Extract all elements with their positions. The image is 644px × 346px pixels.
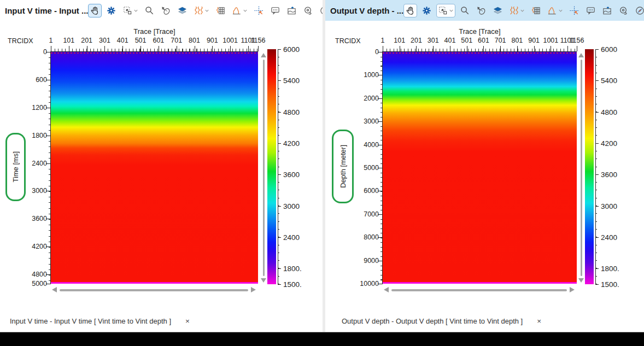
table-grid-icon[interactable] (214, 4, 227, 17)
horizontal-scrollbar[interactable] (52, 286, 256, 294)
x-major-tick (51, 46, 51, 51)
colorbar-tick-label: 1800. (283, 265, 302, 273)
colorbar-major-tick (278, 49, 281, 50)
x-tick-label: 1156 (251, 37, 266, 44)
wiggle-traces-icon[interactable] (192, 4, 211, 17)
horizontal-scrollbar[interactable] (384, 286, 575, 294)
colorbar-tick-label: 4800 (283, 108, 300, 116)
x-axis-title: Trace [Trace] (51, 27, 258, 36)
x-tick-label: 201 (411, 37, 422, 44)
scrollbar-track[interactable] (263, 60, 265, 276)
compass-icon[interactable] (633, 4, 644, 17)
x-axis-title: Trace [Trace] (383, 27, 577, 36)
x-major-ticks (51, 46, 258, 51)
x-tick-label: 601 (153, 37, 164, 44)
scroll-left-arrow-icon[interactable] (52, 287, 57, 292)
settings-gear-icon[interactable] (420, 4, 434, 17)
vertical-scrollbar[interactable] (578, 53, 584, 283)
x-tick-label: 101 (394, 37, 405, 44)
colorbar-major-tick (278, 174, 281, 175)
x-tick-label: 801 (511, 37, 523, 44)
panel-header: Input V time - Input ... (0, 0, 323, 21)
comment-bubble-icon[interactable] (268, 4, 282, 17)
panel-title: Input V time - Input ... (5, 6, 88, 15)
scrollbar-track[interactable] (60, 289, 248, 291)
x-tick-label: 601 (478, 37, 489, 44)
scroll-down-arrow-icon[interactable] (261, 278, 266, 283)
comment-bubble-icon[interactable] (584, 4, 598, 17)
scroll-up-arrow-icon[interactable] (261, 53, 266, 57)
heatmap-viewport[interactable] (383, 52, 577, 284)
y-tick-label: 8000 (364, 233, 379, 241)
vertical-scrollbar[interactable] (260, 53, 267, 283)
select-region-icon[interactable] (436, 4, 455, 17)
colorbar-tick-label: 4200 (601, 139, 617, 148)
colorbar-major-tick (595, 174, 599, 175)
scroll-down-arrow-icon[interactable] (578, 278, 584, 283)
panel-input-v-time: Input V time - Input ... Trace [Trace] T… (0, 0, 323, 332)
y-tick-label: 6000 (364, 187, 379, 195)
table-grid-icon[interactable] (529, 4, 543, 17)
scroll-right-arrow-icon[interactable] (251, 287, 256, 292)
colorbar-major-tick (278, 268, 281, 269)
tab-input-v-time[interactable]: Input V time - Input V time [ Vint time … (10, 317, 190, 325)
mouse-tool-icon[interactable] (159, 4, 173, 17)
colorbar-major-tick (595, 284, 599, 285)
crosshair-track-icon[interactable] (567, 4, 581, 17)
scroll-right-arrow-icon[interactable] (570, 287, 575, 292)
x-tick-label: 501 (461, 37, 472, 44)
heatmap-viewport[interactable] (51, 52, 258, 284)
x-tick-labels: 1101201301401501601701801901100111011156 (51, 37, 258, 45)
scrollbar-track[interactable] (581, 60, 582, 276)
measure-tape-icon[interactable] (617, 4, 630, 17)
wiggle-traces-icon[interactable] (507, 4, 526, 17)
y-tick-label: 7000 (364, 210, 379, 218)
colorbar-tick-label: 6000 (283, 45, 300, 54)
x-major-tick (416, 46, 417, 51)
panel-header: Output V depth - ... (325, 0, 644, 21)
x-major-tick (230, 46, 231, 51)
pan-hand-icon[interactable] (88, 4, 102, 17)
crosshair-track-icon[interactable] (252, 4, 266, 17)
velocity-heatmap[interactable] (383, 52, 577, 284)
histogram-icon[interactable] (546, 4, 565, 17)
settings-gear-icon[interactable] (104, 4, 118, 17)
scroll-left-arrow-icon[interactable] (384, 287, 389, 292)
zoom-magnifier-icon[interactable] (458, 4, 472, 17)
histogram-icon[interactable] (230, 4, 249, 17)
toolbar (88, 4, 337, 17)
scrollbar-track[interactable] (391, 289, 567, 291)
colorbar-tick-label: 6000 (601, 45, 617, 54)
y-tick-label: 2400 (32, 160, 47, 167)
mouse-tool-icon[interactable] (475, 4, 488, 17)
layers-icon[interactable] (175, 4, 189, 17)
x-tick-label: 301 (428, 37, 439, 44)
y-tick-label: 4800 (32, 271, 47, 278)
x-tick-label: 701 (171, 37, 182, 44)
velocity-heatmap[interactable] (51, 52, 258, 284)
colorbar-major-tick (595, 112, 599, 113)
x-major-tick (383, 46, 383, 51)
zoom-magnifier-icon[interactable] (143, 4, 156, 17)
x-tick-label: 301 (99, 37, 110, 44)
x-tick-label: 1001 (543, 37, 558, 44)
colorbar-tick-label: 4200 (283, 139, 300, 148)
image-export-icon[interactable] (285, 4, 298, 17)
measure-tape-icon[interactable] (301, 4, 315, 17)
colorbar-major-tick (595, 80, 599, 81)
scroll-up-arrow-icon[interactable] (578, 53, 584, 57)
tab-close-icon[interactable]: × (185, 317, 190, 325)
y-tick-label: 4200 (32, 243, 47, 250)
x-tick-label: 1001 (223, 37, 238, 44)
select-region-icon[interactable] (121, 4, 140, 17)
tab-close-icon[interactable]: × (537, 317, 541, 325)
x-major-tick (177, 46, 177, 51)
colorbar-major-tick (278, 206, 281, 207)
image-export-icon[interactable] (600, 4, 614, 17)
y-tick-label: 2000 (364, 95, 379, 102)
tab-output-v-depth[interactable]: Output V depth - Output V depth [ Vint t… (342, 317, 541, 325)
pan-hand-icon[interactable] (403, 4, 417, 17)
colorbar-major-tick (595, 206, 599, 207)
layers-icon[interactable] (491, 4, 505, 17)
x-tick-label: 1156 (570, 37, 584, 44)
